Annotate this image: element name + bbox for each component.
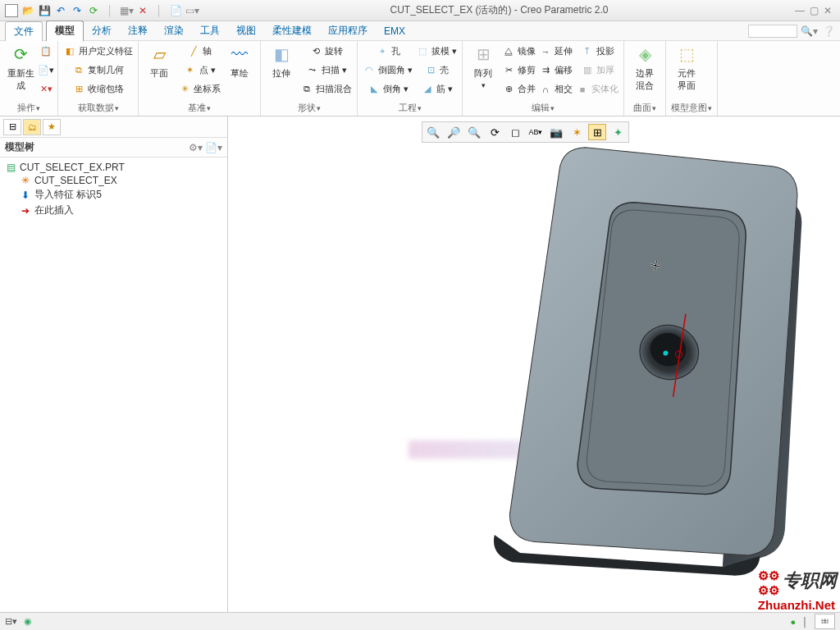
group-surface: ◈边界 混合 曲面 bbox=[624, 41, 666, 116]
group-datum: ▱平面 ╱轴 ✶点▾ ✳坐标系 〰草绘 基准 bbox=[139, 41, 261, 116]
close-icon[interactable]: ✕ bbox=[136, 4, 149, 17]
udf-button[interactable]: ◧用户定义特征 bbox=[63, 43, 133, 60]
box-icon[interactable]: ▭▾ bbox=[185, 4, 199, 17]
tab-emx[interactable]: EMX bbox=[376, 23, 413, 39]
group-getdata: ◧用户定义特征 ⧉复制几何 ⊞收缩包络 获取数据 bbox=[58, 41, 139, 116]
tab-flex[interactable]: 柔性建模 bbox=[264, 21, 320, 40]
group-shape: ◧拉伸 ⟲旋转 ⤳扫描▾ ⧉扫描混合 形状 bbox=[261, 41, 358, 116]
tree-tab-1[interactable]: ⊟ bbox=[3, 119, 21, 135]
group-intent: ⬚元件 界面 模型意图 bbox=[666, 41, 718, 116]
tree-tab-bar: ⊟ 🗂 ★ bbox=[0, 116, 227, 138]
sketch-button[interactable]: 〰草绘 bbox=[224, 43, 255, 80]
workspace: ⊟ 🗂 ★ 模型树 ⚙▾ 📄▾ ▤CUT_SELECT_EX.PRT ✳CUT_… bbox=[0, 116, 840, 612]
thicken-button: ▥加厚 bbox=[581, 62, 614, 79]
open-icon[interactable]: 📂 bbox=[21, 4, 34, 17]
group-label-eng[interactable]: 工程 bbox=[363, 101, 457, 114]
group-label-shape[interactable]: 形状 bbox=[266, 101, 352, 114]
tree-item-csys[interactable]: ✳CUT_SELECT_EX bbox=[5, 174, 222, 187]
tab-analysis[interactable]: 分析 bbox=[84, 21, 120, 40]
statusbar: ⊟▾ ◉ ● │ ㅃ bbox=[0, 612, 840, 630]
import-icon: ⬇ bbox=[20, 189, 31, 201]
arrow-right-icon: ➔ bbox=[20, 205, 31, 217]
group-label-getdata[interactable]: 获取数据 bbox=[63, 101, 133, 114]
offset-button: ⇉偏移 bbox=[539, 62, 573, 79]
revolve-button[interactable]: ⟲旋转 bbox=[309, 43, 343, 60]
blend-icon: ◈ bbox=[633, 43, 656, 66]
status-traffic-icon: ● bbox=[790, 617, 796, 627]
minimize-icon[interactable]: — bbox=[795, 5, 805, 16]
group-engineering: ⌖孔 ◠倒圆角▾ ◣倒角▾ ⬚拔模▾ ⊡壳 ◢筋▾ 工程 bbox=[358, 41, 463, 116]
component-interface-button[interactable]: ⬚元件 界面 bbox=[671, 43, 702, 92]
new-icon[interactable]: ▫ bbox=[5, 4, 18, 17]
extend-button: →延伸 bbox=[539, 43, 573, 60]
round-button[interactable]: ◠倒圆角▾ bbox=[363, 62, 413, 79]
tab-render[interactable]: 渲染 bbox=[156, 21, 192, 40]
csys-button[interactable]: ✳坐标系 bbox=[178, 80, 221, 98]
tree-tab-2[interactable]: 🗂 bbox=[23, 119, 41, 135]
quick-access-toolbar: ▫ 📂 💾 ↶ ↷ ⟳ │ ▦▾ ✕ │ 📄 ▭▾ bbox=[0, 2, 203, 19]
pattern-button[interactable]: ⊞阵列▾ bbox=[468, 43, 499, 89]
tree-root[interactable]: ▤CUT_SELECT_EX.PRT bbox=[5, 161, 222, 174]
site-watermark: ⚙⚙⚙⚙ 专职网 Zhuanzhi.Net bbox=[758, 568, 837, 612]
tree-tab-3[interactable]: ★ bbox=[43, 119, 61, 135]
maximize-icon[interactable]: ▢ bbox=[810, 5, 819, 16]
group-label-datum[interactable]: 基准 bbox=[144, 101, 255, 114]
status-icon-2[interactable]: ◉ bbox=[24, 616, 32, 627]
window-controls: — ▢ ✕ bbox=[795, 5, 840, 16]
model-graphics bbox=[400, 125, 840, 612]
shell-button[interactable]: ⊡壳 bbox=[424, 62, 449, 79]
draft-button[interactable]: ⬚拔模▾ bbox=[416, 43, 457, 60]
copy-icon[interactable]: 📋 bbox=[39, 43, 52, 60]
project-button[interactable]: ⤒投影 bbox=[581, 43, 614, 60]
window-title: CUT_SELECT_EX (活动的) - Creo Parametric 2.… bbox=[203, 3, 795, 17]
rib-button[interactable]: ◢筋▾ bbox=[421, 80, 453, 98]
paste-icon[interactable]: 📄▾ bbox=[39, 62, 52, 79]
sweptblend-button[interactable]: ⧉扫描混合 bbox=[300, 80, 352, 98]
group-label-intent[interactable]: 模型意图 bbox=[671, 101, 712, 114]
tab-tools[interactable]: 工具 bbox=[192, 21, 228, 40]
undo-icon[interactable]: ↶ bbox=[54, 4, 67, 17]
copygeom-button[interactable]: ⧉复制几何 bbox=[72, 62, 124, 79]
tab-view[interactable]: 视图 bbox=[228, 21, 264, 40]
group-label-operate[interactable]: 操作 bbox=[5, 101, 52, 114]
tree-tools[interactable]: ⚙▾ 📄▾ bbox=[189, 142, 222, 153]
extrude-icon: ◧ bbox=[270, 43, 293, 66]
ribbon-tabs: 文件 模型 分析 注释 渲染 工具 视图 柔性建模 应用程序 EMX 🔍▾ ❔ bbox=[0, 21, 840, 41]
sep2: │ bbox=[153, 4, 166, 17]
help-icon[interactable]: ❔ bbox=[823, 25, 835, 37]
tree-header: 模型树 ⚙▾ 📄▾ bbox=[0, 138, 227, 158]
page-icon[interactable]: 📄 bbox=[169, 4, 182, 17]
point-button[interactable]: ✶点▾ bbox=[184, 62, 216, 79]
menu-file[interactable]: 文件 bbox=[5, 21, 43, 41]
hole-button[interactable]: ⌖孔 bbox=[376, 43, 400, 60]
chamfer-button[interactable]: ◣倒角▾ bbox=[368, 80, 409, 98]
windows-icon[interactable]: ▦▾ bbox=[120, 4, 133, 17]
group-label-surface[interactable]: 曲面 bbox=[629, 101, 660, 114]
tree-item-import[interactable]: ⬇导入特征 标识5 bbox=[5, 187, 222, 203]
axis-button[interactable]: ╱轴 bbox=[187, 43, 212, 60]
group-label-edit[interactable]: 编辑 bbox=[468, 101, 619, 114]
tab-model[interactable]: 模型 bbox=[46, 21, 84, 42]
boundary-blend-button[interactable]: ◈边界 混合 bbox=[629, 43, 660, 92]
plane-button[interactable]: ▱平面 bbox=[144, 43, 175, 80]
regen-icon[interactable]: ⟳ bbox=[87, 4, 100, 17]
group-operate: ⟳ 重新生 成 📋 📄▾ ✕▾ 操作 bbox=[0, 41, 58, 116]
sweep-button[interactable]: ⤳扫描▾ bbox=[306, 62, 347, 79]
redo-icon[interactable]: ↷ bbox=[71, 4, 84, 17]
regenerate-button[interactable]: ⟳ 重新生 成 bbox=[5, 43, 36, 92]
regen-large-icon: ⟳ bbox=[9, 43, 32, 66]
tree-item-insert[interactable]: ➔在此插入 bbox=[5, 203, 222, 218]
shrinkwrap-button[interactable]: ⊞收缩包络 bbox=[72, 80, 124, 98]
search-input[interactable] bbox=[748, 25, 797, 38]
tab-apps[interactable]: 应用程序 bbox=[320, 21, 376, 40]
find-button[interactable]: ㅃ bbox=[815, 614, 835, 629]
trim-button: ✂修剪 bbox=[502, 62, 536, 79]
close-window-icon[interactable]: ✕ bbox=[824, 5, 832, 16]
extrude-button[interactable]: ◧拉伸 bbox=[266, 43, 297, 80]
status-icon-1[interactable]: ⊟▾ bbox=[5, 616, 17, 627]
save-icon[interactable]: 💾 bbox=[38, 4, 51, 17]
tab-annotate[interactable]: 注释 bbox=[120, 21, 156, 40]
graphics-viewport[interactable]: 🔍 🔎 🔍 ⟳ ◻ AB▾ 📷 ✶ ⊞ ✦ bbox=[228, 116, 840, 612]
search-icon[interactable]: 🔍▾ bbox=[801, 25, 818, 37]
delete-icon[interactable]: ✕▾ bbox=[39, 80, 52, 98]
